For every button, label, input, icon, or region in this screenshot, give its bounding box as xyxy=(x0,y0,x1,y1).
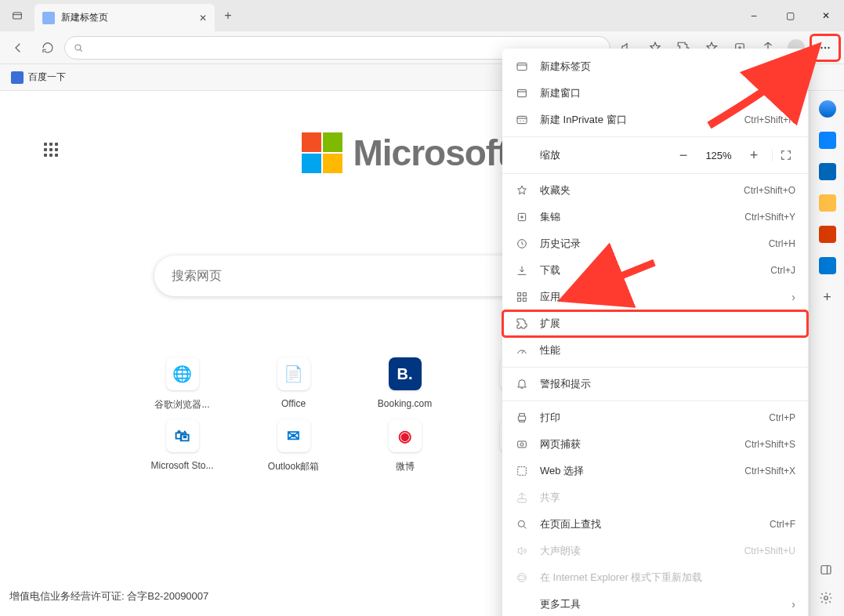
menu-item-shortcut: Ctrl+N xyxy=(769,88,795,99)
quick-link-tile[interactable]: B.Booking.com xyxy=(353,357,457,411)
menu-item-extensions[interactable]: 扩展 xyxy=(502,310,808,337)
zoom-label: 缩放 xyxy=(540,148,665,162)
share-icon xyxy=(515,491,529,505)
svg-rect-11 xyxy=(517,116,527,123)
fullscreen-button[interactable] xyxy=(772,149,799,161)
search-placeholder: 搜索网页 xyxy=(172,268,222,284)
menu-item-label: 大声朗读 xyxy=(540,544,734,558)
ie-icon xyxy=(515,571,529,585)
svg-rect-19 xyxy=(518,441,527,448)
menu-item-collections[interactable]: 集锦Ctrl+Shift+Y xyxy=(502,204,808,230)
tile-icon: 📄 xyxy=(277,357,310,390)
perf-icon xyxy=(515,343,529,357)
tab-title: 新建标签页 xyxy=(61,11,193,24)
menu-item-label: Web 选择 xyxy=(540,464,734,478)
menu-item-label: 更多工具 xyxy=(540,597,781,611)
history-icon xyxy=(515,237,529,251)
menu-item-shortcut: Ctrl+Shift+Y xyxy=(744,212,795,223)
new-tab-button[interactable]: + xyxy=(215,9,241,23)
menu-item-webselect[interactable]: Web 选择Ctrl+Shift+X xyxy=(502,458,808,484)
microsoft-wordmark: Microsoft xyxy=(353,132,509,174)
window-minimize-button[interactable]: – xyxy=(736,0,772,31)
menu-item-label: 新建窗口 xyxy=(540,86,758,100)
select-icon xyxy=(515,464,529,478)
tab[interactable]: 新建标签页 ✕ xyxy=(34,4,215,31)
menu-item-new-inprivate[interactable]: 新建 InPrivate 窗口Ctrl+Shift+N xyxy=(502,107,808,133)
inprivate-icon xyxy=(515,113,529,127)
sidebar-office-icon[interactable] xyxy=(819,226,836,243)
menu-item-performance[interactable]: 性能 xyxy=(502,337,808,364)
menu-item-apps[interactable]: 应用› xyxy=(502,284,808,310)
menu-item-label: 打印 xyxy=(540,411,758,425)
more-menu-button[interactable] xyxy=(811,35,839,60)
sidebar-outlook-icon[interactable] xyxy=(819,257,836,274)
sidebar-tools-icon[interactable] xyxy=(819,163,836,180)
refresh-button[interactable] xyxy=(34,35,61,60)
svg-rect-9 xyxy=(517,63,527,70)
menu-item-print[interactable]: 打印Ctrl+P xyxy=(502,404,808,431)
zoom-in-button[interactable]: + xyxy=(742,143,766,167)
svg-rect-17 xyxy=(523,298,526,301)
tile-icon: B. xyxy=(389,357,422,390)
svg-point-6 xyxy=(828,46,829,48)
chevron-right-icon: › xyxy=(791,291,795,303)
menu-item-find[interactable]: 在页面上查找Ctrl+F xyxy=(502,511,808,538)
sidebar-shopping-icon[interactable] xyxy=(819,132,836,149)
sidebar-search-icon[interactable] xyxy=(819,100,836,118)
sidebar-games-icon[interactable] xyxy=(819,194,836,212)
tab-actions-button[interactable] xyxy=(0,9,34,22)
menu-separator xyxy=(502,367,808,368)
bookmark-item[interactable]: 百度一下 xyxy=(28,71,66,84)
menu-item-new-window[interactable]: 新建窗口Ctrl+N xyxy=(502,80,808,107)
quick-link-tile[interactable]: 🛍Microsoft Sto... xyxy=(131,419,234,473)
menu-item-webcapture[interactable]: 网页捕获Ctrl+Shift+S xyxy=(502,431,808,458)
sidebar-collapse-icon[interactable] xyxy=(819,563,836,580)
back-button[interactable] xyxy=(5,35,31,60)
tile-label: Outlook邮箱 xyxy=(268,460,319,473)
tab-close-icon[interactable]: ✕ xyxy=(199,13,207,24)
svg-point-23 xyxy=(518,520,524,527)
svg-point-5 xyxy=(824,46,826,48)
menu-item-downloads[interactable]: 下载Ctrl+J xyxy=(502,257,808,284)
menu-item-label: 扩展 xyxy=(540,317,795,331)
quick-link-tile[interactable]: ◉微博 xyxy=(353,419,457,473)
menu-item-label: 性能 xyxy=(540,343,795,357)
svg-rect-18 xyxy=(518,416,525,420)
menu-item-label: 应用 xyxy=(540,290,781,304)
menu-item-alerts[interactable]: 警报和提示 xyxy=(502,371,808,397)
svg-point-4 xyxy=(820,46,822,48)
svg-rect-22 xyxy=(518,498,527,502)
menu-item-favorites[interactable]: 收藏夹Ctrl+Shift+O xyxy=(502,177,808,204)
menu-item-label: 下载 xyxy=(540,263,759,277)
find-icon xyxy=(515,517,529,531)
titlebar: 新建标签页 ✕ + – ▢ ✕ xyxy=(0,0,844,31)
window-maximize-button[interactable]: ▢ xyxy=(772,0,808,31)
menu-item-history[interactable]: 历史记录Ctrl+H xyxy=(502,230,808,257)
zoom-out-button[interactable]: − xyxy=(672,143,695,167)
window-close-button[interactable]: ✕ xyxy=(808,0,844,31)
menu-item-shortcut: Ctrl+Shift+O xyxy=(744,185,795,196)
zoom-value: 125% xyxy=(701,150,736,161)
menu-item-shortcut: Ctrl+T xyxy=(770,61,795,72)
quick-link-tile[interactable]: ✉Outlook邮箱 xyxy=(242,419,346,473)
menu-item-shortcut: Ctrl+J xyxy=(770,265,795,276)
menu-item-shortcut: Ctrl+Shift+N xyxy=(744,114,795,125)
menu-item-label: 在页面上查找 xyxy=(540,517,759,531)
tile-icon: ✉ xyxy=(277,419,310,452)
menu-item-new-tab[interactable]: 新建标签页Ctrl+T xyxy=(502,53,808,80)
menu-item-label: 共享 xyxy=(540,491,795,505)
quick-link-tile[interactable]: 🌐谷歌浏览器... xyxy=(131,357,234,411)
page-settings-icon[interactable] xyxy=(44,143,61,160)
menu-item-iemode: 在 Internet Explorer 模式下重新加载 xyxy=(502,564,808,591)
sidebar-add-icon[interactable]: + xyxy=(819,288,836,306)
menu-item-moretools[interactable]: 更多工具› xyxy=(502,591,808,616)
tile-icon: 🌐 xyxy=(166,357,199,390)
download-icon xyxy=(515,263,529,277)
menu-item-readaloud: 大声朗读Ctrl+Shift+U xyxy=(502,538,808,564)
sidebar-settings-icon[interactable] xyxy=(819,591,836,608)
svg-rect-7 xyxy=(821,566,831,574)
menu-item-shortcut: Ctrl+P xyxy=(769,412,795,423)
quick-link-tile[interactable]: 📄Office xyxy=(242,357,346,411)
menu-separator xyxy=(502,136,808,137)
footer-license: 增值电信业务经营许可证: 合字B2-20090007 xyxy=(9,589,208,603)
